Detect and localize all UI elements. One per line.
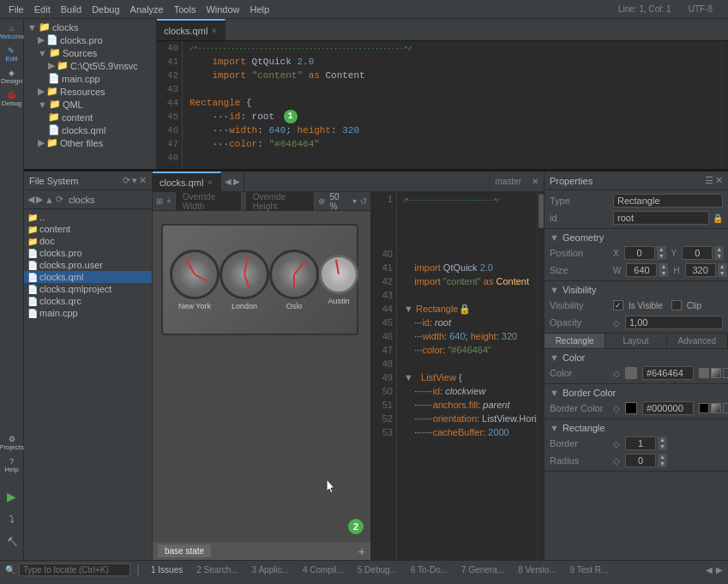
opacity-input[interactable]	[625, 316, 723, 329]
override-height[interactable]: Override Height	[245, 192, 315, 213]
panel-menu-icon[interactable]: ▾	[132, 175, 137, 186]
add-state-btn[interactable]: base state	[158, 545, 211, 557]
border-solid-btn[interactable]	[699, 403, 709, 413]
visibility-checkbox[interactable]: ✓	[613, 300, 623, 310]
status-tab-issues[interactable]: 1 Issues	[146, 563, 188, 576]
w-spin-up[interactable]: ▲	[659, 263, 668, 270]
code-content-upper[interactable]: /*······································…	[183, 41, 721, 169]
h-spin-up[interactable]: ▲	[718, 263, 727, 270]
nav-back-icon[interactable]: ◀	[27, 194, 34, 205]
fs-item-clocks-pro-user[interactable]: 📄 clocks.pro.user	[24, 259, 152, 271]
border-color-input[interactable]	[642, 401, 694, 415]
menu-analyze[interactable]: Analyze	[125, 4, 169, 15]
y-spin-up[interactable]: ▲	[714, 246, 724, 253]
color-input[interactable]	[642, 366, 694, 380]
border-none-btn[interactable]	[723, 403, 728, 413]
tab-close-lower[interactable]: ✕	[207, 178, 214, 187]
tab-layout[interactable]: Layout	[605, 334, 666, 348]
rect-section-header[interactable]: ▼ Rectangle	[544, 421, 728, 435]
color-solid-btn[interactable]	[699, 368, 709, 378]
props-menu-icon[interactable]: ☰	[705, 175, 713, 186]
color-section-header[interactable]: ▼ Color	[544, 351, 728, 364]
menu-build[interactable]: Build	[56, 4, 87, 15]
status-arrow-left[interactable]: ◀	[706, 565, 713, 575]
border-input[interactable]	[625, 436, 656, 450]
preview-canvas[interactable]: New York London	[153, 211, 370, 541]
border-color-header[interactable]: ▼ Border Color	[544, 386, 728, 400]
menu-debug[interactable]: Debug	[87, 4, 124, 15]
lower-code-text[interactable]: /*······································…	[397, 192, 537, 560]
scroll-gutter-lower[interactable]	[537, 192, 544, 560]
lock-icon[interactable]: 🔒	[713, 214, 723, 223]
tab-rectangle[interactable]: Rectangle	[544, 334, 605, 348]
menu-edit[interactable]: Edit	[29, 4, 56, 15]
status-tab-genera[interactable]: 7 Genera...	[456, 563, 509, 576]
nav-next-icon[interactable]: ▶	[233, 177, 240, 186]
color-swatch[interactable]	[625, 367, 637, 379]
w-spin-down[interactable]: ▼	[659, 270, 668, 277]
radius-spin-up[interactable]: ▲	[658, 454, 667, 461]
menu-help[interactable]: Help	[245, 4, 275, 15]
tree-clocks-pro[interactable]: ▶ 📄 clocks.pro	[24, 33, 156, 46]
tree-main-cpp[interactable]: 📄 main.cpp	[24, 72, 156, 85]
status-tab-test[interactable]: 9 Test R...	[565, 563, 614, 576]
tab-advanced[interactable]: Advanced	[667, 334, 728, 348]
fs-item-clocks-qml[interactable]: 📄 clocks.qml	[24, 271, 152, 283]
zoom-icon[interactable]: ⊕	[318, 196, 325, 206]
zoom-dropdown[interactable]: ▾	[352, 196, 357, 206]
nav-prev-icon[interactable]: ◀	[225, 177, 232, 186]
w-input[interactable]	[626, 263, 657, 277]
zoom-in-icon[interactable]: +	[166, 196, 171, 206]
menu-window[interactable]: Window	[201, 4, 244, 15]
fs-item-dotdot[interactable]: 📁 ..	[24, 211, 152, 223]
reset-icon[interactable]: ↺	[360, 196, 367, 206]
panel-close-btn[interactable]: ✕	[526, 172, 544, 191]
tab-clocks-qml-lower[interactable]: clocks.qml ✕	[153, 172, 221, 191]
color-gradient-btn[interactable]	[711, 368, 721, 378]
radius-input[interactable]	[625, 454, 656, 467]
tree-qt5-msvc[interactable]: ▶ 📁 C:\Qt5\5.9\msvc	[24, 59, 156, 72]
h-input[interactable]	[685, 263, 716, 277]
tree-resources[interactable]: ▶ 📁 Resources	[24, 85, 156, 98]
run-button[interactable]: ▶	[2, 486, 22, 507]
nav-sync-icon[interactable]: ⟳	[56, 194, 63, 205]
fs-item-doc[interactable]: 📁 doc	[24, 235, 152, 247]
radius-spin-down[interactable]: ▼	[658, 461, 667, 467]
status-tab-compil[interactable]: 4 Compil...	[298, 563, 349, 576]
x-spin-down[interactable]: ▼	[657, 253, 666, 260]
sidebar-edit[interactable]: ✎ Edit	[2, 45, 22, 65]
tree-clocks-qml[interactable]: 📄 clocks.qml	[24, 123, 156, 136]
border-spin-up[interactable]: ▲	[658, 436, 667, 443]
border-spin-down[interactable]: ▼	[658, 443, 667, 450]
sidebar-projects[interactable]: ⚙ Projects	[2, 433, 22, 454]
scroll-gutter-upper[interactable]	[721, 41, 728, 169]
menu-file[interactable]: File	[3, 4, 29, 15]
x-input[interactable]	[624, 246, 655, 260]
tab-close[interactable]: ✕	[211, 27, 218, 35]
status-tab-applic[interactable]: 3 Applic...	[247, 563, 294, 576]
override-width[interactable]: Override Width	[175, 192, 242, 213]
add-icon[interactable]: +	[358, 545, 365, 558]
type-input[interactable]	[613, 194, 723, 208]
status-tab-debug[interactable]: 5 Debug...	[352, 563, 402, 576]
status-tab-search[interactable]: 2 Search...	[191, 563, 243, 576]
clip-checkbox[interactable]	[671, 300, 682, 310]
geometry-header[interactable]: ▼ Geometry	[544, 231, 728, 244]
step-over-button[interactable]: ⤵	[2, 509, 22, 529]
fit-icon[interactable]: ⊞	[156, 196, 163, 206]
tree-qml[interactable]: ▼ 📁 QML	[24, 98, 156, 111]
color-none-btn[interactable]	[723, 368, 728, 378]
menu-tools[interactable]: Tools	[169, 4, 202, 15]
tab-clocks-qml-upper[interactable]: clocks.qml ✕	[157, 19, 226, 40]
border-color-swatch[interactable]	[625, 402, 637, 414]
fs-item-main-cpp[interactable]: 📄 main.cpp	[24, 307, 152, 319]
fs-item-clocks-qmlproject[interactable]: 📄 clocks.qmlproject	[24, 283, 152, 295]
nav-forward-icon[interactable]: ▶	[36, 194, 43, 205]
fs-item-content[interactable]: 📁 content	[24, 223, 152, 235]
tree-content[interactable]: 📁 content	[24, 111, 156, 123]
y-spin-down[interactable]: ▼	[714, 253, 724, 260]
locate-input[interactable]	[19, 563, 130, 576]
status-arrow-right[interactable]: ▶	[716, 565, 723, 575]
status-tab-versio[interactable]: 8 Versio...	[513, 563, 561, 576]
nav-up-icon[interactable]: ▲	[45, 195, 54, 205]
